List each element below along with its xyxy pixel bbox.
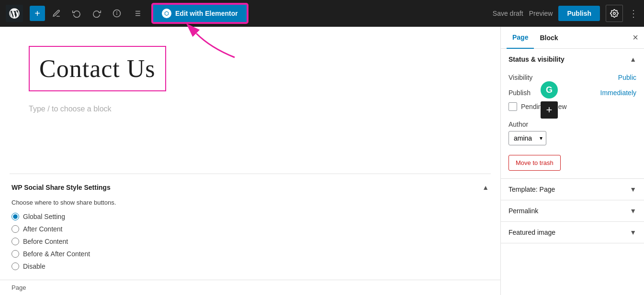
redo-button[interactable]	[88, 5, 105, 22]
social-share-collapse-button[interactable]: ▲	[482, 184, 489, 191]
more-options-button[interactable]: ⋮	[629, 8, 638, 19]
main-layout: Contact Us Type / to choose a block G + …	[0, 27, 644, 295]
editor-area: Contact Us Type / to choose a block G + …	[0, 27, 500, 295]
sidebar-tabs: Page Block ×	[501, 27, 644, 49]
svg-point-10	[613, 12, 616, 15]
permalink-section: Permalink ▼	[501, 200, 644, 222]
permalink-chevron-icon: ▼	[630, 207, 636, 215]
page-title-block[interactable]: Contact Us	[29, 46, 166, 91]
template-section-title: Template: Page	[508, 186, 555, 193]
status-visibility-header[interactable]: Status & visibility ▲	[501, 49, 644, 70]
publish-value[interactable]: Immediately	[600, 89, 636, 97]
radio-after-content[interactable]: After Content	[11, 225, 489, 233]
permalink-section-title: Permalink	[508, 207, 538, 215]
undo-button[interactable]	[68, 5, 85, 22]
editor-content: Contact Us Type / to choose a block G +	[0, 27, 500, 174]
social-share-panel: WP Social Share Style Settings ▲ Choose …	[0, 174, 500, 280]
status-visibility-section: Status & visibility ▲ Visibility Public …	[501, 49, 644, 179]
featured-image-section-header[interactable]: Featured image ▼	[501, 222, 644, 243]
visibility-label: Visibility	[508, 74, 532, 81]
radio-global-setting[interactable]: Global Setting	[11, 213, 489, 220]
publish-label: Publish	[508, 89, 531, 97]
wp-logo[interactable]	[6, 5, 23, 22]
add-block-toolbar-button[interactable]: +	[30, 6, 45, 21]
author-label: Author	[508, 120, 636, 128]
template-section-header[interactable]: Template: Page ▼	[501, 179, 644, 200]
publish-row: Publish Immediately	[508, 85, 636, 100]
edit-elementor-label: Edit with Elementor	[175, 10, 238, 17]
info-button[interactable]	[108, 5, 125, 22]
top-toolbar: + ⬡ Edit with Elementor Save draft Previ…	[0, 0, 644, 27]
toolbar-right: Save draft Preview Publish ⋮	[493, 5, 638, 22]
settings-button[interactable]	[606, 5, 623, 22]
page-title: Contact Us	[39, 55, 156, 83]
status-visibility-chevron: ▲	[630, 55, 636, 63]
featured-image-chevron-icon: ▼	[630, 229, 636, 236]
elementor-icon: ⬡	[162, 9, 171, 18]
visibility-value[interactable]: Public	[618, 74, 636, 81]
pending-review-row: Pending review	[508, 100, 636, 117]
bottom-status-bar: Page	[0, 280, 500, 295]
right-sidebar: Page Block × Status & visibility ▲ Visib…	[500, 27, 644, 295]
publish-button[interactable]: Publish	[558, 6, 600, 21]
featured-image-section-title: Featured image	[508, 229, 555, 236]
featured-image-section: Featured image ▼	[501, 222, 644, 243]
tab-page[interactable]: Page	[507, 27, 534, 49]
radio-disable[interactable]: Disable	[11, 262, 489, 270]
author-section: Author amina	[508, 117, 636, 151]
edit-with-elementor-button[interactable]: ⬡ Edit with Elementor	[152, 4, 248, 23]
block-placeholder[interactable]: Type / to choose a block	[29, 101, 472, 117]
social-share-title: WP Social Share Style Settings	[11, 184, 111, 191]
share-options-group: Global Setting After Content Before Cont…	[11, 213, 489, 270]
radio-before-content[interactable]: Before Content	[11, 238, 489, 245]
radio-before-after-content[interactable]: Before & After Content	[11, 250, 489, 258]
share-description: Choose where to show share buttons.	[11, 199, 489, 206]
social-share-header: WP Social Share Style Settings ▲	[11, 184, 489, 191]
pending-review-checkbox[interactable]	[508, 102, 517, 111]
sidebar-close-button[interactable]: ×	[633, 32, 638, 43]
author-select[interactable]: amina	[508, 131, 546, 145]
move-to-trash-button[interactable]: Move to trash	[508, 155, 561, 171]
template-chevron-icon: ▼	[630, 186, 636, 193]
save-draft-button[interactable]: Save draft	[493, 10, 523, 17]
edit-mode-button[interactable]	[48, 5, 65, 22]
preview-button[interactable]: Preview	[529, 10, 553, 17]
tab-block[interactable]: Block	[534, 27, 564, 48]
status-visibility-title: Status & visibility	[508, 55, 565, 63]
visibility-row: Visibility Public	[508, 70, 636, 85]
status-visibility-content: Visibility Public Publish Immediately Pe…	[501, 70, 644, 178]
author-select-wrapper: amina	[508, 131, 546, 145]
list-view-button[interactable]	[128, 5, 146, 22]
permalink-section-header[interactable]: Permalink ▼	[501, 200, 644, 221]
bottom-bar-page-label: Page	[11, 284, 26, 291]
template-section: Template: Page ▼	[501, 179, 644, 200]
